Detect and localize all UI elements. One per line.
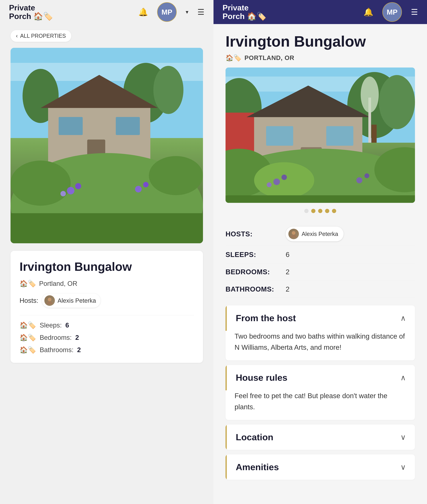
- hosts-detail-row: HOSTS: Alexis Peterka: [226, 222, 415, 246]
- location-section: Location ∨: [226, 424, 415, 450]
- property-location-right: 🏠🏷️ PORTLAND, OR: [226, 54, 415, 61]
- bedrooms-detail-row: BEDROOMS: 2: [226, 263, 415, 281]
- host-avatar-right: [288, 229, 299, 239]
- left-navbar: Private Porch 🏠🏷️ 🔔 MP ▾ ☰: [0, 0, 214, 24]
- bathrooms-detail-row: BATHROOMS: 2: [226, 281, 415, 298]
- from-host-body: Two bedrooms and two baths within walkin…: [226, 331, 415, 360]
- svg-point-50: [292, 231, 296, 235]
- svg-point-22: [48, 298, 51, 301]
- svg-point-27: [379, 75, 415, 129]
- svg-rect-34: [326, 126, 353, 146]
- svg-point-44: [273, 178, 280, 185]
- carousel-dot-3[interactable]: [318, 209, 322, 213]
- house-photo-left: [10, 48, 203, 243]
- avatar-button-right[interactable]: MP: [382, 2, 402, 22]
- house-rules-body: Feel free to pet the cat! But please don…: [226, 390, 415, 420]
- svg-point-45: [282, 175, 287, 180]
- property-title-left: Irvington Bungalow: [20, 260, 194, 274]
- svg-rect-49: [226, 195, 415, 203]
- house-rules-header[interactable]: House rules ∧: [226, 365, 415, 390]
- amenities-section: Amenities ∨: [226, 454, 415, 480]
- amenities-header[interactable]: Amenities ∨: [226, 454, 415, 480]
- details-table: HOSTS: Alexis Peterka SLEEPS: 6 BEDROOMS: [226, 222, 415, 298]
- house-photo-right: [226, 68, 415, 203]
- logo-emoji-right: 🏠🏷️: [247, 12, 267, 21]
- right-content: Irvington Bungalow 🏠🏷️ PORTLAND, OR: [214, 24, 427, 493]
- svg-point-43: [254, 162, 314, 198]
- property-image-left: [10, 48, 203, 243]
- house-rules-section: House rules ∧ Feel free to pet the cat! …: [226, 365, 415, 420]
- svg-point-51: [291, 235, 296, 238]
- svg-rect-33: [266, 126, 293, 146]
- svg-rect-21: [10, 213, 203, 243]
- svg-point-47: [356, 177, 362, 183]
- back-button[interactable]: ‹ ALL PROPERTIES: [10, 30, 71, 42]
- carousel-dot-2[interactable]: [311, 209, 315, 213]
- hamburger-button-right[interactable]: ☰: [411, 8, 418, 16]
- bedrooms-icon-left: 🏠🏷️: [20, 334, 36, 342]
- right-navbar: Private Porch 🏠🏷️ 🔔 MP ☰: [214, 0, 427, 24]
- property-stats-left: 🏠🏷️ Sleeps: 6 🏠🏷️ Bedrooms: 2 🏠🏷️ Bathro…: [20, 315, 194, 354]
- avatar-button-left[interactable]: MP: [157, 2, 177, 22]
- right-nav-icons: 🔔 MP ☰: [364, 2, 418, 22]
- svg-point-18: [61, 191, 66, 196]
- host-chip-right[interactable]: Alexis Peterka: [286, 227, 343, 241]
- right-panel: Private Porch 🏠🏷️ 🔔 MP ☰ Irvington Bunga…: [214, 0, 427, 504]
- sleeps-detail-row: SLEEPS: 6: [226, 246, 415, 263]
- bathrooms-icon-left: 🏠🏷️: [20, 346, 36, 354]
- notification-button[interactable]: 🔔: [138, 8, 148, 17]
- property-hosts-left: Hosts: Alexis Peterka: [20, 293, 194, 315]
- location-header[interactable]: Location ∨: [226, 424, 415, 450]
- svg-point-15: [149, 156, 203, 195]
- svg-rect-8: [59, 117, 83, 135]
- breadcrumb-bar: ‹ ALL PROPERTIES: [0, 24, 214, 48]
- logo-right: Private Porch 🏠🏷️: [222, 3, 267, 21]
- property-info-card: Irvington Bungalow 🏠🏷️ Portland, OR Host…: [10, 251, 203, 363]
- host-chip-left[interactable]: Alexis Peterka: [42, 293, 101, 308]
- notification-button-right[interactable]: 🔔: [364, 8, 373, 17]
- sleeps-row-left: 🏠🏷️ Sleeps: 6: [20, 321, 194, 329]
- back-chevron-icon: ‹: [16, 33, 18, 39]
- amenities-chevron-icon: ∨: [400, 463, 406, 472]
- logo-line2: Porch 🏠🏷️: [9, 12, 53, 21]
- logo-line1: Private: [9, 3, 53, 12]
- left-panel: Private Porch 🏠🏷️ 🔔 MP ▾ ☰ ‹ ALL PROPERT…: [0, 0, 214, 504]
- location-icon-right: 🏠🏷️: [226, 54, 242, 61]
- accordion-sections: From the host ∧ Two bedrooms and two bat…: [226, 305, 415, 480]
- location-chevron-icon: ∨: [400, 433, 406, 442]
- hamburger-button-left[interactable]: ☰: [198, 8, 205, 16]
- host-avatar-left: [44, 295, 55, 306]
- property-title-right: Irvington Bungalow: [226, 33, 415, 50]
- house-illustration-left: [10, 48, 203, 243]
- carousel-dot-1[interactable]: [304, 209, 309, 213]
- left-nav-icons: 🔔 MP ▾ ☰: [138, 2, 205, 22]
- svg-rect-29: [371, 125, 377, 143]
- bedrooms-row-left: 🏠🏷️ Bedrooms: 2: [20, 334, 194, 342]
- svg-point-20: [143, 182, 149, 187]
- dropdown-icon-left[interactable]: ▾: [186, 9, 188, 15]
- property-location-left: 🏠🏷️ Portland, OR: [20, 280, 194, 288]
- house-illustration-right: [226, 68, 415, 203]
- svg-point-23: [47, 301, 52, 304]
- from-host-section: From the host ∧ Two bedrooms and two bat…: [226, 305, 415, 360]
- svg-point-19: [135, 186, 142, 192]
- carousel-dots: [226, 209, 415, 213]
- property-image-right: [226, 68, 415, 203]
- svg-point-14: [10, 160, 71, 206]
- svg-point-17: [75, 183, 81, 189]
- house-rules-chevron-icon: ∧: [400, 373, 406, 382]
- carousel-dot-4[interactable]: [325, 209, 329, 213]
- svg-point-46: [267, 182, 272, 187]
- carousel-dot-5[interactable]: [332, 209, 336, 213]
- logo-emoji: 🏠🏷️: [33, 12, 53, 21]
- svg-point-48: [365, 173, 369, 178]
- svg-point-39: [361, 76, 379, 113]
- from-host-chevron-icon: ∧: [400, 314, 406, 322]
- svg-point-3: [153, 66, 183, 114]
- sleeps-icon-left: 🏠🏷️: [20, 321, 36, 329]
- from-host-header[interactable]: From the host ∧: [226, 305, 415, 331]
- bathrooms-row-left: 🏠🏷️ Bathrooms: 2: [20, 346, 194, 354]
- svg-point-16: [67, 187, 74, 194]
- logo-left: Private Porch 🏠🏷️: [9, 3, 53, 21]
- svg-rect-9: [116, 117, 140, 135]
